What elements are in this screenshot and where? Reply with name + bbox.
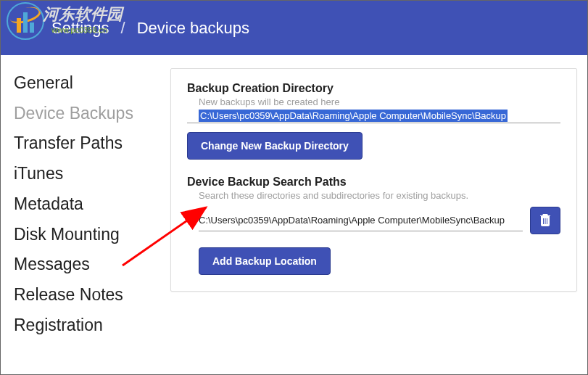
backup-search-section: Device Backup Search Paths Search these …: [187, 176, 560, 275]
sidebar-item-disk-mounting[interactable]: Disk Mounting: [14, 220, 153, 250]
trash-icon: [539, 213, 551, 228]
sidebar-item-itunes[interactable]: iTunes: [14, 159, 153, 189]
backup-creation-section: Backup Creation Directory New backups wi…: [187, 82, 560, 160]
sidebar-item-general[interactable]: General: [14, 68, 153, 99]
main-panel: Backup Creation Directory New backups wi…: [153, 68, 587, 374]
creation-title: Backup Creation Directory: [187, 82, 560, 95]
sidebar-item-registration[interactable]: Registration: [14, 310, 153, 341]
sidebar-item-messages[interactable]: Messages: [14, 250, 153, 280]
sidebar-item-metadata[interactable]: Metadata: [14, 189, 153, 220]
search-title: Device Backup Search Paths: [187, 176, 560, 189]
creation-subtitle: New backups will be created here: [187, 96, 560, 107]
sidebar-item-device-backups[interactable]: Device Backups: [14, 99, 153, 129]
add-backup-location-button[interactable]: Add Backup Location: [199, 247, 331, 275]
breadcrumb-current: Device backups: [137, 19, 249, 38]
sidebar-item-transfer-paths[interactable]: Transfer Paths: [14, 128, 153, 159]
watermark-text: 河东软件园: [43, 4, 123, 25]
creation-path-value[interactable]: C:\Users\pc0359\AppData\Roaming\Apple Co…: [199, 110, 508, 122]
delete-path-button[interactable]: [530, 207, 560, 234]
search-path-input[interactable]: C:\Users\pc0359\AppData\Roaming\Apple Co…: [199, 210, 523, 232]
app-header: 河东软件园 www.pc0359.cn Settings / Device ba…: [1, 1, 587, 55]
search-subtitle: Search these directories and subdirector…: [187, 190, 560, 201]
search-path-row: C:\Users\pc0359\AppData\Roaming\Apple Co…: [199, 207, 560, 234]
settings-sidebar: General Device Backups Transfer Paths iT…: [1, 68, 153, 374]
watermark-url: www.pc0359.cn: [51, 25, 107, 34]
settings-card: Backup Creation Directory New backups wi…: [170, 68, 577, 292]
breadcrumb-separator: /: [121, 19, 125, 38]
change-backup-directory-button[interactable]: Change New Backup Directory: [187, 132, 363, 160]
content-area: General Device Backups Transfer Paths iT…: [1, 55, 587, 374]
sidebar-item-release-notes[interactable]: Release Notes: [14, 280, 153, 310]
